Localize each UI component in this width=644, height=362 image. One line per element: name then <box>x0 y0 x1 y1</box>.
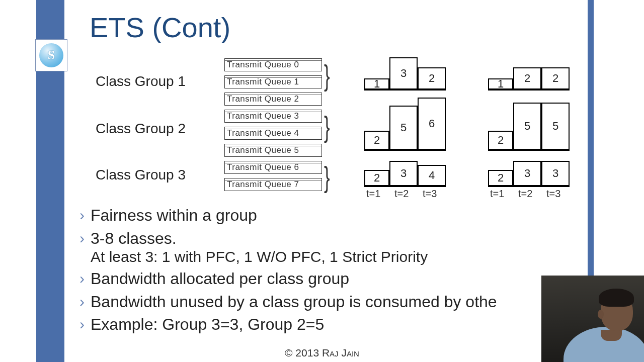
bullet-text: Example: Group 3=3, Group 2=5 <box>91 315 324 333</box>
bar: 5 <box>541 103 570 150</box>
bar: 4 <box>418 165 446 186</box>
queue-box: Transmit Queue 6 <box>224 161 322 174</box>
bullet-list: Fairness within a group 3-8 classes. At … <box>79 205 589 337</box>
slide: S ETS (Cont) Class Group 1 Class Group 2… <box>0 0 644 362</box>
group-label-3: Class Group 3 <box>96 167 186 183</box>
bar-group-left-1: 1 3 2 <box>364 57 446 90</box>
t-label: t=1 <box>490 188 504 200</box>
group-label-1: Class Group 1 <box>96 73 186 89</box>
bar: 6 <box>418 98 446 150</box>
bullet-text: Fairness within a group <box>91 206 257 224</box>
bullet-text: Bandwidth unused by a class group is con… <box>91 293 497 311</box>
bar: 3 <box>389 57 418 89</box>
queue-box: Transmit Queue 5 <box>224 144 322 157</box>
logo: S <box>35 39 67 71</box>
t-label: t=3 <box>546 188 560 200</box>
bar: 5 <box>513 103 541 150</box>
bar: 2 <box>513 67 541 89</box>
t-label: t=2 <box>394 188 409 200</box>
queue-box: Transmit Queue 7 <box>224 178 322 191</box>
bullet-subtext: At least 3: 1 with PFC, 1 W/O PFC, 1 Str… <box>91 247 589 266</box>
queue-box: Transmit Queue 1 <box>224 75 322 88</box>
bullet-item: Example: Group 3=3, Group 2=5 <box>79 314 589 335</box>
queue-column: Transmit Queue 0 Transmit Queue 1 Transm… <box>224 58 322 195</box>
brace-icon: } <box>324 110 330 143</box>
bar: 1 <box>364 78 389 89</box>
bullet-item: 3-8 classes. At least 3: 1 with PFC, 1 W… <box>79 228 589 267</box>
bar-group-left-3: 2 3 4 <box>364 158 446 187</box>
logo-letter: S <box>48 48 55 63</box>
bar-group-left-2: 2 5 6 <box>364 98 446 151</box>
t-label: t=2 <box>518 188 532 200</box>
bullet-item: Fairness within a group <box>79 205 589 226</box>
queue-box: Transmit Queue 2 <box>224 93 322 106</box>
bullet-text: 3-8 classes. <box>91 229 177 247</box>
t-label: t=3 <box>423 188 437 200</box>
presenter-neck <box>601 330 622 341</box>
brace-icon: } <box>324 58 330 92</box>
bar-group-right-3: 2 3 3 <box>488 158 570 187</box>
presenter-video-inset <box>541 276 644 362</box>
logo-circle-icon: S <box>39 43 63 67</box>
bar-group-right-1: 1 2 2 <box>488 67 570 90</box>
bar: 5 <box>389 106 418 150</box>
bar: 3 <box>513 161 541 186</box>
bullet-item: Bandwidth unused by a class group is con… <box>79 292 589 313</box>
queue-box: Transmit Queue 0 <box>224 58 322 71</box>
presenter-hair <box>599 289 634 307</box>
bar: 2 <box>541 67 570 89</box>
bullet-text: Bandwidth allocated per class group <box>91 269 349 288</box>
bar: 3 <box>389 161 418 186</box>
bullet-item: Bandwidth allocated per class group <box>79 268 589 290</box>
queue-box: Transmit Queue 3 <box>224 110 322 123</box>
group-label-2: Class Group 2 <box>96 121 186 137</box>
bar-group-right-2: 2 5 5 <box>488 103 570 151</box>
bar: 2 <box>418 67 446 89</box>
queue-box: Transmit Queue 4 <box>224 127 322 140</box>
bar: 2 <box>488 170 513 186</box>
bar: 2 <box>364 170 389 186</box>
bar: 2 <box>364 131 389 150</box>
bar: 2 <box>488 131 513 150</box>
brace-icon: } <box>324 160 330 194</box>
diagram-area: Class Group 1 Class Group 2 Class Group … <box>91 55 589 204</box>
t-label: t=1 <box>366 188 380 200</box>
bar: 1 <box>488 78 513 89</box>
presenter-ear <box>598 310 604 319</box>
bar: 3 <box>541 161 570 186</box>
page-title: ETS (Cont) <box>90 11 230 44</box>
